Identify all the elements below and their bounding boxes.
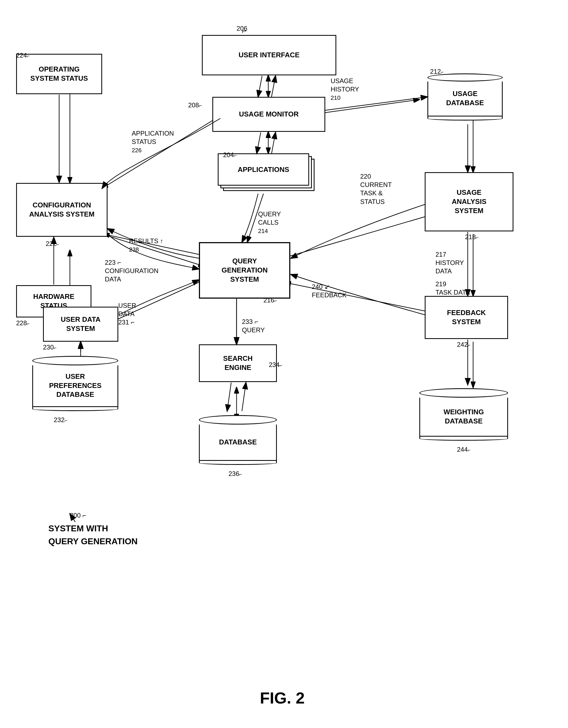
configuration-analysis-system-box: CONFIGURATIONANALYSIS SYSTEM <box>16 183 108 237</box>
application-status-label: APPLICATIONSTATUS 226 <box>132 129 174 154</box>
user-data-system-label: USER DATASYSTEM <box>61 315 101 333</box>
weighting-database-cylinder: WEIGHTINGDATABASE <box>419 385 508 444</box>
user-data-system-box: USER DATASYSTEM <box>43 307 118 342</box>
usage-analysis-system-label: USAGEANALYSISSYSTEM <box>452 188 486 215</box>
ref-234: 234⌐ <box>269 361 283 369</box>
ref-236: 236⌐ <box>229 469 242 478</box>
database-cylinder: DATABASE <box>199 412 277 468</box>
query-generation-system-box: QUERYGENERATIONSYSTEM <box>199 242 290 299</box>
query-generation-system-label: QUERYGENERATIONSYSTEM <box>222 257 268 284</box>
search-engine-label: SEARCHENGINE <box>223 354 253 372</box>
ref-242: 242⌐ <box>457 340 471 349</box>
ref-244: 244⌐ <box>457 445 471 454</box>
feedback-label: 240 ↙FEEDBACK <box>312 282 346 299</box>
ref-218: 218⌐ <box>465 233 479 241</box>
ref-206-arrow: ⌐ <box>242 26 247 36</box>
operating-system-status-box: OPERATINGSYSTEM STATUS <box>16 54 102 94</box>
svg-line-13 <box>285 282 430 312</box>
ref-204: 204⌐ <box>223 151 237 159</box>
user-interface-label: USER INTERFACE <box>239 51 300 60</box>
figure-label: FIG. 2 <box>215 689 349 707</box>
query-calls-label: QUERYCALLS 214 <box>258 210 281 235</box>
svg-line-11 <box>282 215 430 258</box>
ref-232: 232⌐ <box>54 416 68 424</box>
ref-208: 208⌐ <box>188 101 202 109</box>
configuration-analysis-system-label: CONFIGURATIONANALYSIS SYSTEM <box>29 201 94 219</box>
usage-monitor-box: USAGE MONITOR <box>212 97 325 132</box>
task-data-label: 219TASK DATA <box>435 280 470 296</box>
database-label: DATABASE <box>219 438 257 447</box>
history-data-label: 217HISTORYDATA <box>435 250 464 275</box>
ref-230: 230⌐ <box>43 343 57 351</box>
system-ref-label: 200 ⌐ <box>70 511 86 520</box>
applications-label: APPLICATIONS <box>238 165 289 174</box>
query-label: 233 ⌐QUERY <box>242 317 265 334</box>
feedback-system-label: FEEDBACKSYSTEM <box>447 308 486 327</box>
ref-224: 224⌐ <box>16 51 30 59</box>
diagram: USER INTERFACE 206 ⌐ USAGE MONITOR 208⌐ … <box>0 0 568 728</box>
current-task-label: 220CURRENTTASK &STATUS <box>360 172 392 206</box>
ref-228: 228⌐ <box>16 319 30 327</box>
usage-history-label: USAGEHISTORY 210 <box>330 77 359 102</box>
search-engine-box: SEARCHENGINE <box>199 344 277 382</box>
results-label: RESULTS ↑ 238 <box>129 237 164 254</box>
user-preferences-database-label: USERPREFERENCESDATABASE <box>49 372 101 399</box>
usage-analysis-system-box: USAGEANALYSISSYSTEM <box>425 172 513 231</box>
system-title: SYSTEM WITHQUERY GENERATION <box>48 522 138 548</box>
feedback-system-box: FEEDBACKSYSTEM <box>425 296 508 339</box>
weighting-database-label: WEIGHTINGDATABASE <box>443 408 484 426</box>
ref-222: 222⌐ <box>46 239 59 248</box>
usage-database-cylinder: USAGEDATABASE <box>427 70 503 124</box>
usage-database-label: USAGEDATABASE <box>446 89 484 108</box>
ref-216: 216⌐ <box>264 296 277 304</box>
applications-stacked: APPLICATIONS <box>218 153 314 194</box>
user-preferences-database-cylinder: USERPREFERENCESDATABASE <box>32 352 118 414</box>
usage-monitor-label: USAGE MONITOR <box>239 110 298 119</box>
operating-system-status-label: OPERATINGSYSTEM STATUS <box>30 65 88 83</box>
user-interface-box: USER INTERFACE <box>202 35 336 75</box>
configuration-data-label: 223 ⌐CONFIGURATIONDATA <box>105 258 159 284</box>
user-data-label: USERDATA231 ⌐ <box>118 301 136 327</box>
